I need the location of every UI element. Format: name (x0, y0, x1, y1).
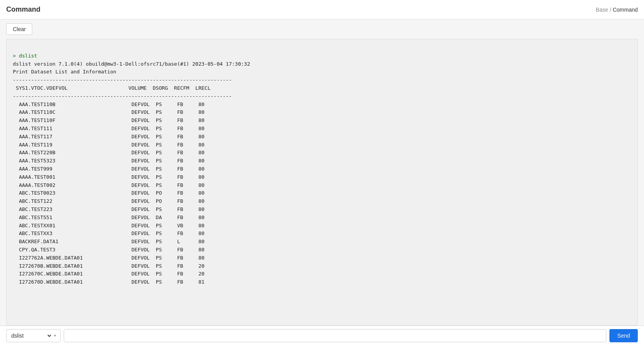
page-title: Command (6, 5, 40, 14)
terminal-line: ----------------------------------------… (13, 76, 631, 84)
terminal-line: AAA.TEST220B DEFVOL PS FB 80 (13, 149, 631, 157)
header: Command Base / Command (0, 0, 644, 19)
terminal-line: AAAA.TEST002 DEFVOL PS FB 80 (13, 181, 631, 190)
terminal-line: Print Dataset List and Information (13, 68, 631, 76)
terminal-line: AAAA.TEST001 DEFVOL PS FB 80 (13, 173, 631, 181)
terminal-line: I272670D.WEBDE.DATA01 DEFVOL PS FB 81 (13, 278, 631, 286)
command-select[interactable]: dslistsubmitrunlist (10, 332, 52, 339)
terminal-line: ABC.TEST122 DEFVOL PO FB 80 (13, 197, 631, 206)
bottom-bar: dslistsubmitrunlist ▾ Send (0, 326, 644, 345)
command-select-wrapper[interactable]: dslistsubmitrunlist ▾ (6, 329, 61, 342)
terminal-line: CPY.QA.TEST3 DEFVOL PS FB 80 (13, 246, 631, 254)
breadcrumb-base: Base (596, 7, 608, 13)
terminal-line: AAA.TEST111 DEFVOL PS FB 80 (13, 125, 631, 133)
toolbar: Clear (0, 19, 644, 39)
terminal-line: AAA.TEST119 DEFVOL PS FB 80 (13, 141, 631, 149)
terminal-line: ABC.TESTXX3 DEFVOL PS FB 80 (13, 230, 631, 238)
terminal-line: BACKREF.DATA1 DEFVOL PS L 80 (13, 238, 631, 246)
terminal-line: AAA.TEST110B DEFVOL PS FB 80 (13, 101, 631, 109)
terminal-line: ABC.TEST223 DEFVOL PS FB 80 (13, 206, 631, 214)
terminal-line: AAA.TEST5323 DEFVOL PS FB 80 (13, 157, 631, 165)
terminal-line: I272670B.WEBDE.DATA01 DEFVOL PS FB 20 (13, 262, 631, 270)
clear-button[interactable]: Clear (6, 23, 32, 35)
terminal-line: ABC.TESTXX01 DEFVOL PS VB 80 (13, 222, 631, 230)
terminal-line: SYS1.VTOC.VDEFVOL VOLUME DSORG RECFM LRE… (13, 84, 631, 92)
breadcrumb: Base / Command (596, 7, 638, 13)
terminal-line: ABC.TEST0023 DEFVOL PO FB 80 (13, 189, 631, 197)
terminal-line: AAA.TEST999 DEFVOL PS FB 80 (13, 165, 631, 173)
terminal-line: ----------------------------------------… (13, 92, 631, 101)
command-input[interactable] (64, 329, 606, 342)
terminal-line: AAA.TEST110C DEFVOL PS FB 80 (13, 108, 631, 117)
terminal-line: I272670C.WEBDE.DATA01 DEFVOL PS FB 20 (13, 270, 631, 278)
terminal-line: AAA.TEST110F DEFVOL PS FB 80 (13, 117, 631, 125)
send-button[interactable]: Send (609, 329, 638, 342)
chevron-down-icon: ▾ (54, 333, 56, 338)
breadcrumb-current: Command (613, 7, 638, 13)
terminal-output: > dslistdslist version 7.1.0(4) obuild@m… (6, 39, 638, 326)
terminal-line: dslist version 7.1.0(4) obuild@mw3-1-Del… (13, 60, 631, 68)
terminal-line: AAA.TEST117 DEFVOL PS FB 80 (13, 133, 631, 141)
terminal-line: ABC.TEST551 DEFVOL DA FB 80 (13, 214, 631, 222)
terminal-line: I227762A.WEBDE.DATA01 DEFVOL PS FB 80 (13, 254, 631, 262)
